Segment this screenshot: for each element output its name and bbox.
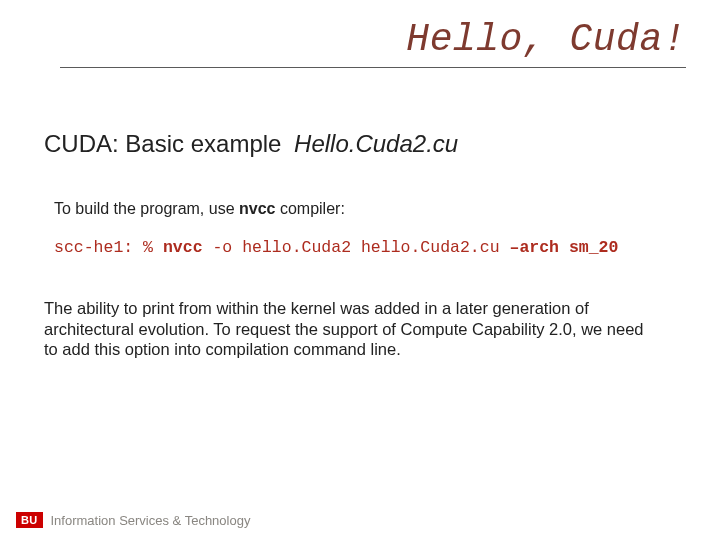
code-line: scc-he1: % nvcc -o hello.Cuda2 hello.Cud… bbox=[54, 238, 618, 257]
title-underline bbox=[60, 67, 686, 68]
footer-org: Information Services & Technology bbox=[51, 513, 251, 528]
subtitle-filename: Hello.Cuda2.cu bbox=[294, 130, 458, 157]
build-instruction: To build the program, use nvcc compiler: bbox=[54, 200, 345, 218]
build-compiler-name: nvcc bbox=[239, 200, 275, 217]
body-paragraph: The ability to print from within the ker… bbox=[44, 298, 660, 360]
subtitle: CUDA: Basic example Hello.Cuda2.cu bbox=[44, 130, 458, 158]
code-prompt: scc-he1: % bbox=[54, 238, 163, 257]
slide: Hello, Cuda! CUDA: Basic example Hello.C… bbox=[0, 0, 720, 540]
footer: BU Information Services & Technology bbox=[16, 512, 250, 528]
subtitle-prefix: CUDA: Basic example bbox=[44, 130, 288, 157]
slide-title: Hello, Cuda! bbox=[60, 18, 686, 65]
build-pre: To build the program, use bbox=[54, 200, 239, 217]
build-post: compiler: bbox=[275, 200, 344, 217]
code-compiler: nvcc bbox=[163, 238, 203, 257]
bu-logo-icon: BU bbox=[16, 512, 43, 528]
code-arch: –arch sm_20 bbox=[509, 238, 618, 257]
title-block: Hello, Cuda! bbox=[60, 18, 686, 68]
code-middle: -o hello.Cuda2 hello.Cuda2.cu bbox=[203, 238, 510, 257]
